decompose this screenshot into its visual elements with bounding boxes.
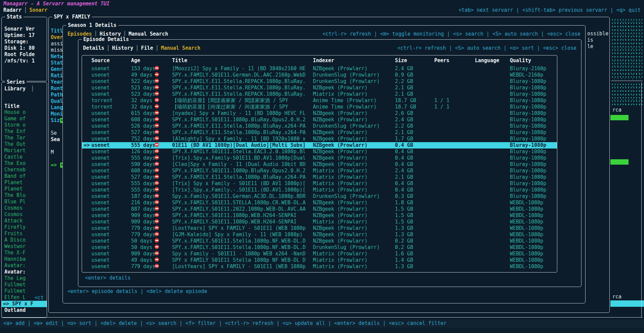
release-quality: WEBDL-1080p (510, 244, 557, 251)
series-item-castle[interactable]: Castle (2, 154, 47, 160)
release-row[interactable]: =>usenet526 daysSPY.x.FAMILY.E11.Stella.… (82, 123, 557, 129)
release-row[interactable]: =>usenet779 days[LostYears] SPY x FAMILY… (82, 263, 557, 270)
release-row[interactable]: =>usenet49 daysSPY x FAMILY S01E11 Stell… (82, 257, 557, 263)
series-item-house-o[interactable]: House o (2, 109, 47, 116)
release-row[interactable]: =>usenet555 days[Trix].Spy.x.Family.-.S0… (82, 187, 557, 193)
release-rejected-cell (155, 104, 172, 110)
release-title: [GJM-Kaleido] Spy x Family - 11 (WEB 108… (172, 232, 313, 238)
release-row[interactable]: =>usenet779 days[GJM-Kaleido] Spy x Fami… (82, 232, 557, 238)
season-tab-manual-search[interactable]: Manual Search (129, 31, 168, 37)
release-row[interactable]: =>usenet126 daysSPY.X.FAMILY.S01E11.Stel… (82, 149, 557, 155)
series-item-cosmos[interactable]: Cosmos (2, 211, 47, 218)
series-item-westwor[interactable]: Westwor (2, 243, 47, 250)
release-age: 32 days (131, 104, 155, 110)
release-row[interactable]: =>torrent32 days【喵萌奶茶屋】[間諜過家家 / 間諜家家酒 / … (82, 97, 557, 104)
poster-art-pattern-2 (611, 83, 643, 106)
selected-row-fragment-cyan (610, 300, 644, 307)
release-row[interactable]: =>usenet50 daysSPY.x.FAMILY.S01E11.Stell… (82, 244, 557, 251)
series-item-fullmet[interactable]: Fullmet (2, 282, 47, 288)
release-age: 216 days (131, 200, 155, 206)
episode-tab-history[interactable]: History (112, 45, 133, 51)
library-tab[interactable]: Library │ (4, 86, 36, 92)
season-footer-help: <enter> episode details | <del> delete e… (68, 288, 207, 295)
release-row[interactable]: =>usenet523 daysSPY.x.FAMILY.E11.Stella.… (82, 85, 557, 91)
release-row[interactable]: =>usenet522 daysSPY.x.FAMILY.E11.Stella.… (82, 78, 557, 85)
rejected-icon (155, 174, 159, 179)
series-item-band-of[interactable]: Band of (2, 173, 47, 179)
episode-tab-file[interactable]: File (141, 45, 153, 51)
release-source: torrent (91, 104, 131, 110)
series-item-cosmos[interactable]: Cosmos (2, 205, 47, 211)
series-item-chernob[interactable]: Chernob (2, 167, 47, 173)
series-item-the-leg[interactable]: The Leg (2, 275, 47, 282)
series-item-fruits[interactable]: Fruits (2, 231, 47, 237)
release-row[interactable]: =>usenet555 days[Trix].Spy.x.Family-S01E… (82, 155, 557, 161)
release-row[interactable]: =>usenet555 days01E11 (BD AV1 1080p)[Dua… (82, 142, 557, 149)
release-row[interactable]: =>usenet523 daysSPY.x.FAMILY.E11.Stella.… (82, 91, 557, 97)
release-indexer: Anime Time (Prowlarr) (313, 104, 395, 110)
release-title: [LostYears] SPY x FAMILY - S01E11 (WEB 1… (172, 225, 313, 232)
release-row[interactable]: =>usenet590 days[Cleo]Spy x Family - 11 … (82, 161, 557, 168)
episode-tab-details[interactable]: Details (83, 45, 104, 51)
release-row[interactable]: =>usenet187 daysSpy.x.Family.S01E11.Germ… (82, 193, 557, 200)
series-item-avatar[interactable]: Avatar: (2, 269, 47, 275)
release-row[interactable]: =>torrent32 days【喵萌奶茶屋】[间谍过家家 / 间谍家家酒 / … (82, 104, 557, 110)
series-item-the-x-f[interactable]: The X-F (2, 250, 47, 256)
release-quality: Bluray-1080p (510, 161, 557, 168)
release-row[interactable]: =>usenet49 daysSPY.x.FAMILY.S01E11.Germa… (82, 72, 557, 78)
series-item-hanniba[interactable]: Hanniba (2, 256, 47, 262)
series-item-outland[interactable]: Outland (2, 307, 47, 314)
release-source: usenet (91, 219, 131, 225)
series-item-game-of[interactable]: Game of (2, 116, 47, 122)
release-size: 0.4 GB (395, 149, 434, 155)
series-item-storm-o[interactable]: Storm o (2, 122, 47, 128)
release-rejected-cell (155, 206, 172, 212)
release-row[interactable]: =>usenet887 daysSPY.x.FAMILY.S01E11.2022… (82, 206, 557, 212)
series-item-a-disco[interactable]: A Disco (2, 237, 47, 243)
release-title: SPY.x.FAMILY.S01E11.1080p.WEB.H264-SENPA… (172, 219, 313, 225)
release-row[interactable]: =>usenet153 days[Moozzi2] Spy x Family -… (82, 66, 557, 72)
episode-tab-manual-search[interactable]: Manual Search (161, 45, 200, 51)
managarr-screen: Managarr - A Servarr management TUI Rada… (0, 0, 644, 333)
series-item-planet[interactable]: Planet (2, 179, 47, 186)
release-size: 2.1 GB (395, 85, 434, 91)
release-size: 1.7 GB (395, 136, 434, 142)
release-row[interactable]: =>usenet909 daysSPY.x.FAMILY.S01E11.1080… (82, 219, 557, 225)
release-source: usenet (91, 72, 131, 78)
tab-sonarr[interactable]: Sonarr (29, 7, 47, 13)
release-quality: Bluray-1080p (510, 136, 557, 142)
series-item-moriart[interactable]: Moriart (2, 148, 47, 154)
release-row[interactable]: =>usenet909 daysSPY.x.FAMILY.S01E11.1080… (82, 212, 557, 219)
series-item-avatar[interactable]: Avatar: (2, 262, 47, 269)
series-item-the-exo[interactable]: The Exo (2, 160, 47, 167)
release-row[interactable]: =>usenet779 days[LostYears] SPY x FAMILY… (82, 225, 557, 232)
tab-radarr[interactable]: Radarr (3, 7, 22, 13)
series-item-blue-pl[interactable]: Blue Pl (2, 199, 47, 205)
release-row[interactable]: =>usenet216 daysSPY.x.FAMILY.S01E11.STEL… (82, 200, 557, 206)
release-source: usenet (91, 85, 131, 91)
clipped-text: Monit (51, 111, 64, 117)
series-item-attack[interactable]: Attack (2, 218, 47, 224)
release-row[interactable]: =>usenet555 days[Trix] Spy x Family - S0… (82, 180, 557, 187)
series-item-the-out[interactable]: The Out (2, 141, 47, 148)
release-row[interactable]: =>usenet527 daysSPY.x.FAMILY.E11.Stella.… (82, 174, 557, 180)
rejected-icon (155, 155, 159, 160)
release-row[interactable]: =>usenet50 daysSPY.x.FAMILY.S01E11.Stell… (82, 238, 557, 244)
series-item-firefly[interactable]: Firefly (2, 224, 47, 231)
series-item-fullmet[interactable]: Fullmet (2, 288, 47, 294)
release-size: 2.4 GB (395, 117, 434, 123)
release-row[interactable]: =>usenet608 daysSPY.x.FAMILY.S01E11.1080… (82, 117, 557, 123)
release-quality: Bluray-1080p (510, 85, 557, 91)
series-item-spy-x-f[interactable]: => SPY x F (2, 301, 47, 307)
release-row[interactable]: =>usenet752 days[Almighty] Spy x Family … (82, 136, 557, 142)
series-item-the-ter[interactable]: The Ter (2, 135, 47, 141)
release-row[interactable]: =>usenet909 daysSpy x Family - S01E11 - … (82, 251, 557, 257)
series-item-planet[interactable]: Planet (2, 186, 47, 192)
release-indexer: NZBgeek (Prowlarr) (313, 200, 395, 206)
series-item-the-enf[interactable]: The Enf (2, 128, 47, 135)
release-row[interactable]: =>usenet527 daysSPY.x.FAMILY.E11.Stella.… (82, 129, 557, 136)
release-row[interactable]: =>usenet608 daysSPY.x.FAMILY.S01E11.1080… (82, 168, 557, 174)
release-row[interactable]: =>usenet615 days[nyadex] Spy x Family - … (82, 110, 557, 117)
release-size: 2.4 GB (395, 168, 434, 174)
series-item-the-blu[interactable]: The Blu (2, 192, 47, 199)
